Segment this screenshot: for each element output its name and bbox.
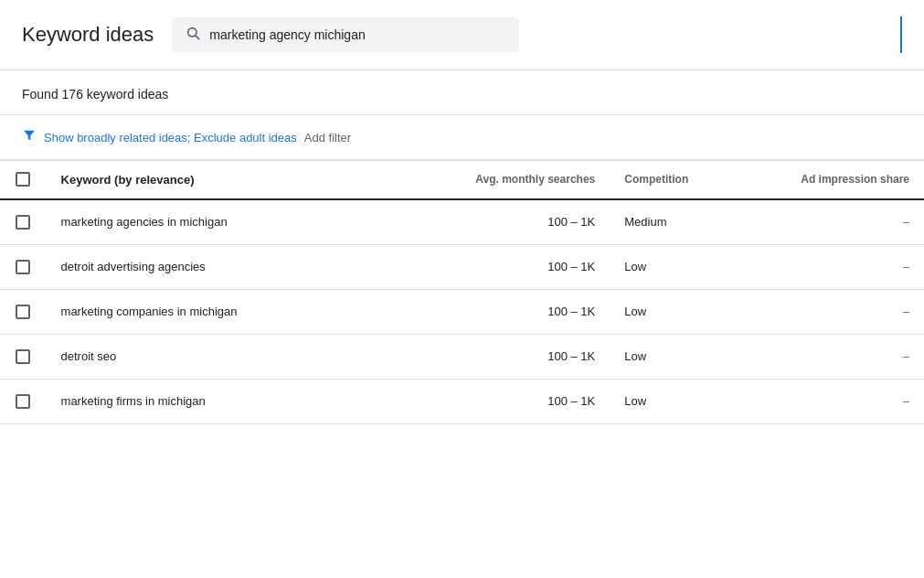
- row-checkbox-cell: [0, 199, 47, 245]
- blue-bar-indicator: [900, 16, 902, 53]
- row-keyword: marketing agencies in michigan: [47, 199, 407, 245]
- row-checkbox[interactable]: [16, 260, 30, 274]
- row-competition: Low: [610, 289, 767, 334]
- table-container: Keyword (by relevance) Avg. monthly sear…: [0, 161, 924, 424]
- row-ad-impression: –: [767, 199, 924, 245]
- table-header-row: Keyword (by relevance) Avg. monthly sear…: [0, 161, 924, 199]
- row-ad-impression: –: [767, 334, 924, 379]
- page-title: Keyword ideas: [22, 23, 154, 47]
- header-checkbox[interactable]: [16, 172, 30, 187]
- row-checkbox-cell: [0, 289, 47, 334]
- row-checkbox[interactable]: [16, 349, 30, 364]
- found-text: Found 176 keyword ideas: [22, 87, 168, 102]
- filter-icon: [22, 128, 37, 146]
- row-checkbox-cell: [0, 379, 47, 423]
- header-keyword[interactable]: Keyword (by relevance): [47, 161, 407, 199]
- row-competition: Medium: [610, 199, 767, 245]
- row-checkbox-cell: [0, 334, 47, 379]
- row-ad-impression: –: [767, 379, 924, 423]
- row-keyword: marketing companies in michigan: [47, 289, 407, 334]
- table-row: detroit seo 100 – 1K Low –: [0, 334, 924, 379]
- row-avg-searches: 100 – 1K: [407, 379, 610, 423]
- header-ad-impression[interactable]: Ad impression share: [767, 161, 924, 199]
- table-row: marketing firms in michigan 100 – 1K Low…: [0, 379, 924, 423]
- row-competition: Low: [610, 334, 767, 379]
- header-competition[interactable]: Competition: [610, 161, 767, 199]
- row-checkbox-cell: [0, 244, 47, 289]
- row-checkbox[interactable]: [16, 305, 30, 319]
- row-competition: Low: [610, 244, 767, 289]
- filter-links[interactable]: Show broadly related ideas; Exclude adul…: [44, 131, 297, 144]
- row-competition: Low: [610, 379, 767, 423]
- search-bar[interactable]: [172, 17, 519, 52]
- keyword-table: Keyword (by relevance) Avg. monthly sear…: [0, 161, 924, 424]
- header: Keyword ideas: [0, 0, 924, 70]
- row-checkbox[interactable]: [16, 215, 30, 230]
- add-filter-button[interactable]: Add filter: [304, 131, 351, 144]
- header-avg-searches[interactable]: Avg. monthly searches: [407, 161, 610, 199]
- table-row: marketing companies in michigan 100 – 1K…: [0, 289, 924, 334]
- header-checkbox-cell: [0, 161, 47, 199]
- row-keyword: detroit seo: [47, 334, 407, 379]
- row-ad-impression: –: [767, 244, 924, 289]
- table-body: marketing agencies in michigan 100 – 1K …: [0, 199, 924, 424]
- table-row: marketing agencies in michigan 100 – 1K …: [0, 199, 924, 245]
- search-icon: [186, 26, 200, 44]
- row-ad-impression: –: [767, 289, 924, 334]
- filter-section: Show broadly related ideas; Exclude adul…: [0, 115, 924, 161]
- table-row: detroit advertising agencies 100 – 1K Lo…: [0, 244, 924, 289]
- row-avg-searches: 100 – 1K: [407, 289, 610, 334]
- row-keyword: marketing firms in michigan: [47, 379, 407, 423]
- row-avg-searches: 100 – 1K: [407, 199, 610, 245]
- row-avg-searches: 100 – 1K: [407, 244, 610, 289]
- row-checkbox[interactable]: [16, 394, 30, 409]
- svg-line-1: [196, 36, 199, 39]
- search-input[interactable]: [209, 27, 483, 42]
- row-avg-searches: 100 – 1K: [407, 334, 610, 379]
- row-keyword: detroit advertising agencies: [47, 244, 407, 289]
- found-text-section: Found 176 keyword ideas: [0, 70, 924, 115]
